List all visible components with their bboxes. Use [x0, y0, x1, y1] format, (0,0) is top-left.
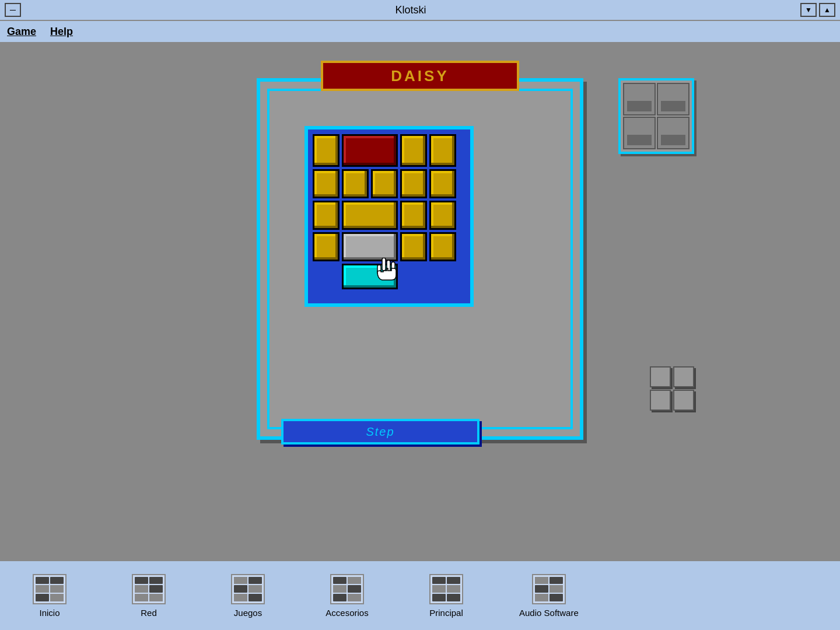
puzzle-area[interactable] — [304, 126, 474, 307]
taskbar: Inicio Red Juegos — [0, 560, 840, 630]
menu-bar: Game Help — [0, 21, 840, 43]
daisy-banner: DAISY — [321, 61, 519, 91]
thumbnail-box — [618, 78, 694, 154]
small-piece-4 — [673, 390, 694, 411]
board-outer: Step — [257, 78, 583, 440]
block-yellow-5[interactable] — [342, 169, 369, 198]
step-button[interactable]: Step — [281, 419, 480, 444]
game-wrapper: DAISY — [251, 61, 589, 422]
block-yellow-4[interactable] — [313, 169, 340, 198]
taskbar-icon-accesorios — [330, 574, 364, 604]
taskbar-icon-red — [132, 574, 166, 604]
title-bar-left: ─ — [5, 3, 21, 17]
bottom-pieces — [650, 366, 694, 411]
step-label: Step — [366, 425, 394, 439]
taskbar-item-accesorios[interactable]: Accesorios — [321, 574, 373, 618]
menu-help[interactable]: Help — [50, 26, 73, 38]
small-piece-1 — [650, 366, 671, 387]
title-bar: ─ Klotski ▼ ▲ — [0, 0, 840, 21]
taskbar-label-principal: Principal — [429, 608, 463, 618]
taskbar-icon-inicio — [33, 574, 66, 604]
title-bar-controls: ▼ ▲ — [800, 3, 835, 17]
main-area: DAISY — [0, 43, 840, 560]
taskbar-label-inicio: Inicio — [39, 608, 60, 618]
thumb-cell-3 — [623, 117, 656, 149]
taskbar-item-red[interactable]: Red — [123, 574, 175, 618]
thumb-cell-4 — [657, 117, 690, 149]
thumb-cell-2 — [657, 83, 690, 116]
block-yellow-8[interactable] — [429, 169, 456, 198]
taskbar-item-inicio[interactable]: Inicio — [23, 574, 76, 618]
block-yellow-9[interactable] — [313, 201, 340, 230]
taskbar-item-principal[interactable]: Principal — [420, 574, 473, 618]
taskbar-label-audio-software: Audio Software — [519, 608, 579, 618]
block-yellow-3[interactable] — [429, 134, 456, 167]
taskbar-label-accesorios: Accesorios — [326, 608, 368, 618]
block-red-main[interactable] — [342, 134, 398, 167]
taskbar-item-audio-software[interactable]: Audio Software — [519, 574, 579, 618]
block-yellow-7[interactable] — [400, 169, 427, 198]
block-cyan[interactable] — [342, 264, 398, 289]
taskbar-icon-principal — [429, 574, 463, 604]
taskbar-icon-juegos — [231, 574, 265, 604]
block-yellow-15[interactable] — [429, 232, 456, 261]
taskbar-label-red: Red — [141, 608, 157, 618]
block-yellow-11[interactable] — [400, 201, 427, 230]
minimize-button[interactable]: ▼ — [800, 3, 817, 17]
taskbar-item-juegos[interactable]: Juegos — [222, 574, 274, 618]
block-yellow-1[interactable] — [313, 134, 340, 167]
block-yellow-13[interactable] — [313, 232, 340, 261]
board-inner: Step — [267, 89, 573, 429]
block-yellow-14[interactable] — [400, 232, 427, 261]
small-piece-3 — [650, 390, 671, 411]
system-button[interactable]: ─ — [5, 3, 21, 17]
small-piece-row-1 — [650, 366, 694, 387]
block-yellow-10[interactable] — [342, 201, 398, 230]
block-yellow-6[interactable] — [371, 169, 398, 198]
block-yellow-12[interactable] — [429, 201, 456, 230]
small-piece-2 — [673, 366, 694, 387]
window-title: Klotski — [21, 4, 800, 16]
taskbar-label-juegos: Juegos — [234, 608, 262, 618]
taskbar-icon-audio-software — [532, 574, 566, 604]
block-yellow-2[interactable] — [400, 134, 427, 167]
maximize-button[interactable]: ▲ — [819, 3, 835, 17]
daisy-label: DAISY — [391, 67, 449, 85]
block-gray-gap — [342, 232, 398, 261]
thumb-cell-1 — [623, 83, 656, 116]
menu-game[interactable]: Game — [7, 26, 36, 38]
small-piece-row-2 — [650, 390, 694, 411]
